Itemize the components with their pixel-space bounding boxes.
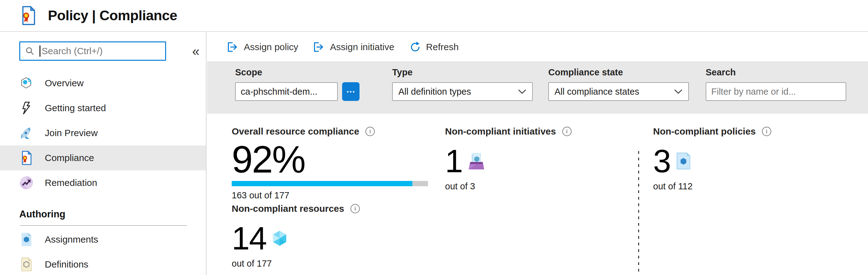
sidebar-section-authoring: Authoring — [19, 209, 65, 220]
sidebar-nav: Overview Getting started Join Preview — [0, 71, 206, 195]
policy-ribbon-icon — [21, 6, 36, 25]
sidebar-divider — [20, 225, 187, 226]
initiative-tray-icon — [467, 152, 486, 170]
text-cursor — [39, 46, 40, 57]
rocket-icon — [19, 126, 34, 140]
info-icon[interactable]: i — [762, 127, 771, 136]
assign-policy-label: Assign policy — [244, 42, 298, 52]
sidebar-item-label: Assignments — [45, 234, 98, 245]
trend-arrow-icon — [19, 176, 34, 190]
policy-ribbon-icon — [19, 151, 34, 165]
page-title: Policy | Compliance — [48, 7, 177, 24]
noncompliant-resources-title: Non-compliant resources — [232, 203, 344, 214]
noncompliant-policies-tile: Non-compliant policies i 3 out of 112 — [653, 126, 771, 192]
overall-compliance-title: Overall resource compliance — [232, 126, 359, 137]
filter-scope: Scope ... — [235, 67, 360, 101]
compliance-state-label: Compliance state — [548, 67, 689, 78]
filter-bar: Scope ... Type All definition types Comp… — [207, 62, 868, 114]
overview-icon — [19, 76, 34, 90]
type-label: Type — [392, 67, 533, 78]
info-icon[interactable]: i — [562, 127, 571, 136]
filter-type: Type All definition types — [392, 67, 533, 101]
noncompliant-policies-detail: out of 112 — [653, 181, 771, 192]
sidebar-item-join-preview[interactable]: Join Preview — [0, 120, 206, 145]
noncompliant-resources-tile: Non-compliant resources i 14 out of 177 — [232, 203, 360, 269]
app-header: Policy | Compliance — [0, 0, 868, 32]
noncompliant-resources-detail: out of 177 — [232, 258, 360, 269]
main-pane: Assign policy Assign initiative Refresh — [207, 32, 868, 275]
filter-search-label: Search — [706, 67, 846, 78]
overall-compliance-percent: 92% — [232, 140, 428, 178]
sidebar-item-label: Overview — [45, 78, 84, 88]
overall-compliance-detail: 163 out of 177 — [232, 190, 428, 200]
sidebar-search-input[interactable]: Search (Ctrl+/) — [19, 42, 166, 61]
noncompliant-initiatives-detail: out of 3 — [445, 181, 571, 192]
sidebar-item-remediation[interactable]: Remediation — [0, 170, 206, 195]
chevron-down-icon — [674, 89, 683, 94]
policy-doc-icon — [676, 152, 691, 170]
sidebar-item-overview[interactable]: Overview — [0, 71, 206, 95]
assign-initiative-button[interactable]: Assign initiative — [313, 41, 394, 53]
compliance-stats: Overall resource compliance i 92% 163 ou… — [207, 114, 868, 275]
type-dropdown-value: All definition types — [398, 87, 518, 97]
scope-label: Scope — [235, 67, 360, 78]
assign-initiative-label: Assign initiative — [330, 42, 394, 52]
chevron-down-icon — [518, 89, 527, 94]
refresh-label: Refresh — [426, 42, 459, 52]
filter-compliance-state: Compliance state All compliance states — [548, 67, 689, 101]
search-placeholder: Search (Ctrl+/) — [42, 46, 103, 56]
sidebar-item-label: Join Preview — [45, 128, 98, 138]
compliance-progress-bar — [232, 181, 428, 186]
info-icon[interactable]: i — [350, 204, 360, 213]
sidebar-item-label: Compliance — [45, 153, 94, 163]
scope-more-button[interactable]: ... — [342, 82, 360, 101]
lightning-bolt-icon — [19, 101, 34, 115]
info-icon[interactable]: i — [365, 127, 375, 136]
noncompliant-policies-count: 3 — [653, 145, 671, 177]
sidebar-item-assignments[interactable]: Assignments — [0, 227, 206, 252]
noncompliant-resources-count: 14 — [232, 222, 267, 254]
assign-icon — [226, 41, 238, 53]
type-dropdown[interactable]: All definition types — [392, 82, 533, 101]
sidebar-item-definitions[interactable]: Definitions — [0, 252, 206, 275]
refresh-icon — [409, 41, 421, 53]
noncompliant-initiatives-tile: Non-compliant initiatives i 1 out of 3 — [445, 126, 571, 192]
refresh-button[interactable]: Refresh — [409, 41, 459, 53]
sidebar-item-getting-started[interactable]: Getting started — [0, 95, 206, 120]
sidebar-nav-authoring: Assignments Definitions — [0, 227, 206, 275]
filter-search-input[interactable] — [706, 82, 846, 101]
dashed-divider — [638, 151, 639, 275]
noncompliant-initiatives-title: Non-compliant initiatives — [445, 126, 556, 137]
filter-search: Search — [706, 67, 846, 101]
assign-icon — [313, 41, 324, 53]
definition-doc-icon — [19, 257, 34, 272]
sidebar-item-label: Getting started — [45, 103, 106, 113]
collapse-sidebar-button[interactable]: « — [192, 45, 199, 58]
compliance-state-dropdown[interactable]: All compliance states — [548, 82, 689, 101]
assignment-doc-icon — [19, 232, 34, 247]
noncompliant-initiatives-count: 1 — [445, 145, 462, 177]
scope-input[interactable] — [235, 82, 338, 101]
sidebar-item-label: Definitions — [45, 259, 88, 270]
command-bar: Assign policy Assign initiative Refresh — [207, 32, 868, 62]
search-icon — [25, 47, 34, 56]
sidebar: Search (Ctrl+/) « Overview — [0, 32, 207, 275]
noncompliant-policies-title: Non-compliant policies — [653, 126, 756, 137]
compliance-progress-fill — [232, 181, 412, 186]
resource-cube-icon — [272, 229, 288, 247]
sidebar-item-label: Remediation — [45, 177, 97, 188]
overall-compliance-tile: Overall resource compliance i 92% 163 ou… — [232, 126, 428, 200]
sidebar-item-compliance[interactable]: Compliance — [0, 145, 206, 170]
assign-policy-button[interactable]: Assign policy — [226, 41, 298, 53]
compliance-state-dropdown-value: All compliance states — [555, 87, 674, 97]
